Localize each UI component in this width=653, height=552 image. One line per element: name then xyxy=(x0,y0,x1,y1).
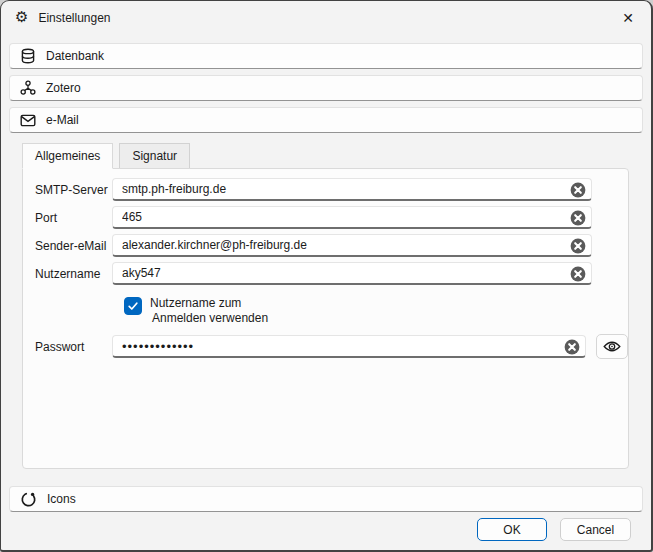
password-row: Passwort xyxy=(35,334,628,359)
smtp-label: SMTP-Server xyxy=(35,183,112,197)
login-checkbox-label: Nutzername zum Anmelden verwenden xyxy=(150,296,268,326)
tab-signatur-label: Signatur xyxy=(132,149,177,163)
section-label-zotero: Zotero xyxy=(46,81,81,95)
email-tab-pane: SMTP-Server Port xyxy=(22,168,629,469)
ok-button[interactable]: OK xyxy=(477,518,547,541)
port-row: Port xyxy=(35,206,628,229)
port-input[interactable] xyxy=(112,206,592,229)
sender-input[interactable] xyxy=(112,234,592,257)
smtp-input[interactable] xyxy=(112,178,592,201)
dialog-footer: OK Cancel xyxy=(9,512,643,541)
clear-icon xyxy=(564,339,580,355)
password-label: Passwort xyxy=(35,340,112,354)
username-clear-button[interactable] xyxy=(570,266,586,282)
sender-clear-button[interactable] xyxy=(570,238,586,254)
tab-signatur[interactable]: Signatur xyxy=(119,143,190,168)
settings-dialog: ⚙ Einstellungen ✕ Datenbank xyxy=(0,0,653,552)
smtp-field-wrap xyxy=(112,178,592,201)
section-label-email: e-Mail xyxy=(46,113,79,127)
tab-allgemeines[interactable]: Allgemeines xyxy=(22,143,113,169)
section-header-zotero[interactable]: Zotero xyxy=(9,75,643,101)
port-label: Port xyxy=(35,211,112,225)
zotero-icon xyxy=(20,80,36,96)
gear-icon: ⚙ xyxy=(15,10,28,25)
section-label-icons: Icons xyxy=(47,492,76,506)
tab-allgemeines-label: Allgemeines xyxy=(35,149,100,163)
cancel-button[interactable]: Cancel xyxy=(560,518,631,541)
email-panel: Allgemeines Signatur SMTP-Server xyxy=(22,143,631,469)
username-label: Nutzername xyxy=(35,267,112,281)
close-button[interactable]: ✕ xyxy=(605,2,651,35)
sender-label: Sender-eMail xyxy=(35,239,112,253)
clear-icon xyxy=(570,210,586,226)
section-header-datenbank[interactable]: Datenbank xyxy=(9,43,643,69)
checkmark-icon xyxy=(127,300,139,312)
login-checkbox-row: Nutzername zum Anmelden verwenden xyxy=(124,296,628,326)
dialog-content: Datenbank Zotero e-Mail xyxy=(1,35,651,541)
port-clear-button[interactable] xyxy=(570,210,586,226)
username-input[interactable] xyxy=(112,262,592,285)
port-field-wrap xyxy=(112,206,592,229)
smtp-row: SMTP-Server xyxy=(35,178,628,201)
clear-icon xyxy=(570,238,586,254)
password-input[interactable] xyxy=(112,335,586,358)
sender-row: Sender-eMail xyxy=(35,234,628,257)
refresh-icon xyxy=(20,491,37,508)
login-checkbox[interactable] xyxy=(124,297,142,315)
password-field-wrap xyxy=(112,335,586,358)
section-label-datenbank: Datenbank xyxy=(46,49,104,63)
mail-icon xyxy=(20,113,36,128)
section-header-icons[interactable]: Icons xyxy=(9,486,643,512)
login-checkbox-label-line1: Nutzername zum xyxy=(150,296,241,310)
email-tabs: Allgemeines Signatur xyxy=(22,143,631,168)
sender-field-wrap xyxy=(112,234,592,257)
smtp-clear-button[interactable] xyxy=(570,182,586,198)
username-row: Nutzername xyxy=(35,262,628,285)
window-title: Einstellungen xyxy=(38,11,110,25)
password-clear-button[interactable] xyxy=(564,339,580,355)
database-icon xyxy=(20,48,36,64)
clear-icon xyxy=(570,266,586,282)
close-icon: ✕ xyxy=(622,10,634,26)
eye-icon xyxy=(603,340,621,353)
title-bar: ⚙ Einstellungen ✕ xyxy=(1,1,651,35)
username-field-wrap xyxy=(112,262,592,285)
reveal-password-button[interactable] xyxy=(596,334,628,359)
login-checkbox-label-line2: Anmelden verwenden xyxy=(152,311,268,326)
clear-icon xyxy=(570,182,586,198)
section-header-email[interactable]: e-Mail xyxy=(9,107,643,133)
